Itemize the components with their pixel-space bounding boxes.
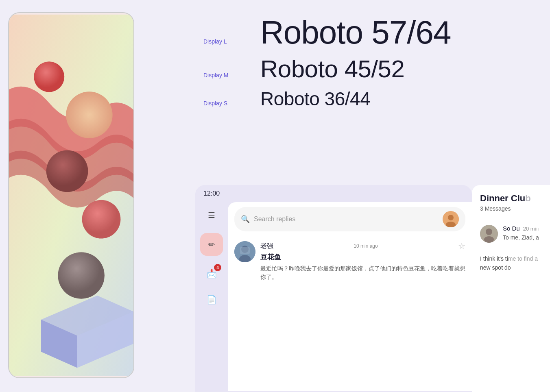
display-l-label: Display L bbox=[203, 38, 260, 45]
right-message-preview: To me, Ziad, a bbox=[503, 233, 550, 242]
user-avatar bbox=[443, 211, 459, 227]
right-panel: Dinner Club 3 Messages So Du 20 min To m… bbox=[472, 185, 550, 392]
dinner-club-title: Dinner Club bbox=[480, 193, 550, 204]
app-content: ☰ ✏ 📩 4 📄 � bbox=[195, 202, 472, 391]
message-preview: 最近忙吗？昨晚我去了你最爱的那家饭馆，点了他们的特色豆花鱼，吃着吃着就想你了。 bbox=[260, 264, 465, 281]
dinner-messages-count: 3 Messages bbox=[480, 205, 550, 212]
message-subject: 豆花鱼 bbox=[260, 253, 465, 262]
app-sidebar: ☰ ✏ 📩 4 📄 bbox=[195, 202, 228, 391]
inbox-badge: 4 bbox=[214, 264, 221, 271]
search-placeholder: Search replies bbox=[254, 216, 439, 223]
right-message-time: 20 min bbox=[523, 226, 539, 232]
right-footer-preview: I think it's time to find a new spot do bbox=[480, 254, 550, 272]
svg-point-2 bbox=[34, 61, 64, 92]
footer-preview-line2: new spot do bbox=[480, 264, 511, 271]
right-sender-avatar bbox=[480, 225, 498, 243]
message-header: 老强 10 min ago ☆ bbox=[260, 241, 465, 251]
status-bar: 12:00 bbox=[195, 185, 472, 202]
svg-point-14 bbox=[486, 229, 492, 235]
right-message-item[interactable]: So Du 20 min To me, Ziad, a bbox=[480, 220, 550, 248]
compose-button[interactable]: ✏ bbox=[200, 233, 223, 256]
display-l-text: Roboto 57/64 bbox=[260, 16, 451, 49]
svg-point-1 bbox=[66, 91, 113, 138]
svg-point-15 bbox=[484, 236, 494, 243]
svg-point-5 bbox=[58, 252, 105, 299]
svg-rect-12 bbox=[240, 247, 250, 254]
display-m-label: Display M bbox=[203, 72, 260, 78]
search-icon: 🔍 bbox=[241, 215, 250, 224]
phone-mockup bbox=[8, 12, 134, 378]
svg-point-3 bbox=[46, 150, 88, 192]
ui-mockup-section: 12:00 ☰ ✏ 📩 4 📄 bbox=[155, 185, 550, 392]
message-time: 10 min ago bbox=[354, 243, 378, 249]
display-m-text: Roboto 45/52 bbox=[260, 57, 404, 81]
search-bar[interactable]: 🔍 Search replies bbox=[234, 207, 465, 231]
type-row-display-s: Display S Roboto 36/44 bbox=[203, 89, 534, 108]
star-icon[interactable]: ☆ bbox=[458, 241, 465, 251]
right-message-content: So Du 20 min To me, Ziad, a bbox=[503, 225, 550, 242]
ui-card: 12:00 ☰ ✏ 📩 4 📄 bbox=[195, 185, 472, 392]
app-main: 🔍 Search replies bbox=[228, 202, 472, 391]
display-s-text: Roboto 36/44 bbox=[260, 89, 370, 108]
svg-point-4 bbox=[82, 200, 121, 239]
inbox-icon[interactable]: 📩 4 bbox=[203, 266, 220, 282]
display-s-label: Display S bbox=[203, 100, 260, 107]
right-sender-name: So Du bbox=[503, 225, 520, 232]
message-item[interactable]: 老强 10 min ago ☆ 豆花鱼 最近忙吗？昨晚我去了你最爱的那家饭馆，点… bbox=[228, 236, 472, 286]
sender-avatar bbox=[234, 241, 255, 262]
status-time: 12:00 bbox=[203, 190, 220, 197]
type-row-display-m: Display M Roboto 45/52 bbox=[203, 57, 534, 81]
message-body: 老强 10 min ago ☆ 豆花鱼 最近忙吗？昨晚我去了你最爱的那家饭馆，点… bbox=[260, 241, 465, 281]
type-scale-section: Display L Roboto 57/64 Display M Roboto … bbox=[155, 0, 550, 108]
right-content: Display L Roboto 57/64 Display M Roboto … bbox=[155, 0, 550, 392]
message-sender: 老强 bbox=[260, 242, 273, 250]
document-icon[interactable]: 📄 bbox=[203, 292, 220, 308]
type-row-display-l: Display L Roboto 57/64 bbox=[203, 16, 534, 49]
svg-point-7 bbox=[448, 215, 454, 220]
menu-icon[interactable]: ☰ bbox=[203, 207, 220, 223]
